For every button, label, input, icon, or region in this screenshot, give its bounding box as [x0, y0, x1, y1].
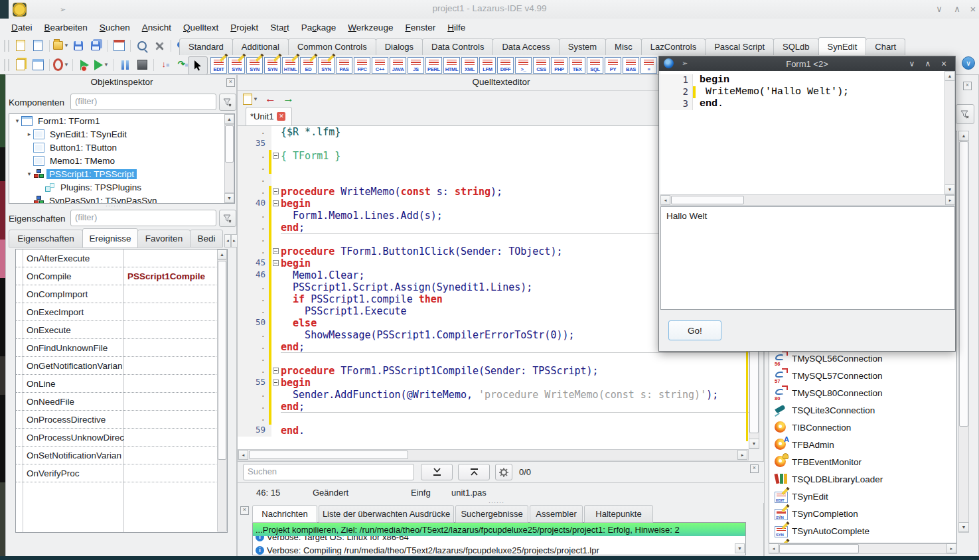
new-form-icon[interactable] — [30, 38, 46, 54]
highlighter-button-sql[interactable]: SQL — [587, 57, 603, 74]
complist-vscrollbar[interactable] — [959, 141, 968, 427]
messages-tab-nachrichten[interactable]: Nachrichten — [252, 505, 317, 523]
fold-collapse-icon[interactable] — [273, 368, 279, 374]
tree-scroll-down-icon[interactable]: ▼ — [224, 193, 234, 203]
highlighter-button-lfm[interactable]: LFM — [479, 57, 496, 74]
syn-component-button[interactable]: SYN — [228, 57, 245, 74]
properties-filter-icon[interactable] — [219, 210, 236, 227]
tree-item-form1[interactable]: ▾Form1: TForm1 — [9, 114, 234, 127]
tree-scroll-up-icon[interactable]: ▲ — [224, 114, 234, 124]
form1-close-icon[interactable]: × — [938, 58, 950, 69]
inspector-close-icon[interactable]: × — [226, 78, 235, 87]
highlighter-button-diff[interactable]: DIFF — [497, 57, 514, 74]
complist-scroll-down-icon[interactable]: ▼ — [958, 522, 969, 532]
search-input[interactable]: Suchen — [243, 464, 414, 480]
components-filter-icon[interactable] — [219, 94, 236, 111]
fold-column[interactable] — [271, 174, 281, 186]
fold-column[interactable] — [271, 126, 281, 138]
step-into-icon[interactable]: ↓≡ — [157, 57, 173, 73]
tree-item-plugins[interactable]: Plugins: TPSPlugins — [9, 180, 234, 194]
palette-tab-lazcontrols[interactable]: LazControls — [641, 38, 706, 55]
fold-column[interactable] — [271, 425, 281, 437]
fold-collapse-icon[interactable] — [273, 200, 279, 206]
syn-component-button[interactable]: SYN — [246, 57, 263, 74]
code-line[interactable]: .procedure TForm1.PSScript1Compile(Sende… — [238, 365, 749, 377]
fold-column[interactable] — [271, 198, 281, 210]
fold-column[interactable] — [271, 353, 281, 365]
event-row-onprocessunknowdirec[interactable]: OnProcessUnknowDirec — [16, 429, 227, 447]
toolbar-grip[interactable] — [4, 59, 9, 71]
component-item-tsynedit[interactable]: EDITTSynEdit — [775, 488, 828, 504]
events-scrollbar[interactable] — [218, 261, 226, 460]
highlighter-button-[interactable]: >_ — [515, 57, 532, 74]
form1-ed-scroll-down-icon[interactable]: ▼ — [944, 184, 955, 194]
pause-icon[interactable] — [117, 57, 133, 73]
code-line[interactable]: . Sender.AddFunction(@WriteMemo, 'proced… — [238, 389, 749, 401]
code-line[interactable]: .end; — [238, 401, 749, 413]
palette-tab-dialogs[interactable]: Dialogs — [376, 38, 423, 55]
form1-ed-scroll-left-icon[interactable]: ◂ — [660, 195, 670, 205]
event-row-onexecute[interactable]: OnExecute — [16, 321, 227, 339]
tab-unit1[interactable]: *Unit1 ✕ — [246, 107, 292, 125]
tree-item-synpassyn1[interactable]: SynPasSyn1: TSynPasSyn — [9, 194, 234, 204]
tree-item-psscript1[interactable]: ▾PSScript1: TPSScript — [9, 167, 234, 180]
form1-ed-scroll-up-icon[interactable]: ▲ — [944, 71, 955, 81]
highlighter-button-c[interactable]: C++ — [372, 57, 388, 74]
menu-projekt[interactable]: Projekt — [224, 21, 264, 34]
highlighter-button-fpc[interactable]: FPC — [354, 57, 370, 74]
save-icon[interactable] — [70, 38, 86, 54]
find-next-button[interactable] — [421, 464, 453, 480]
components-filter-input[interactable]: (filter) — [70, 94, 216, 110]
show-forms-icon[interactable] — [30, 57, 46, 73]
tree-expand-icon[interactable]: ▾ — [13, 117, 21, 124]
save-all-icon[interactable] — [88, 38, 104, 54]
run-without-debug-icon[interactable] — [76, 57, 92, 73]
find-previous-button[interactable] — [458, 464, 490, 480]
palette-tab-synedit[interactable]: SynEdit — [818, 37, 867, 55]
fold-collapse-icon[interactable] — [273, 248, 279, 254]
property-tab-favoriten[interactable]: Favoriten — [137, 230, 190, 247]
palette-tab-additional[interactable]: Additional — [232, 38, 289, 55]
palette-tab-data-controls[interactable]: Data Controls — [422, 38, 493, 55]
tab-close-icon[interactable]: ✕ — [277, 112, 285, 121]
messages-scroll-down-icon[interactable]: ▼ — [735, 543, 745, 553]
form1-ed-scroll-right-icon[interactable]: ▸ — [945, 195, 955, 205]
fold-column[interactable] — [271, 401, 281, 413]
events-scroll-up-icon[interactable]: ▲ — [217, 249, 227, 259]
fold-column[interactable] — [271, 269, 281, 281]
event-row-oncompimport[interactable]: OnCompImport — [16, 285, 227, 303]
component-item-tfbeventmonitor[interactable]: TFBEventMonitor — [775, 454, 862, 470]
maximize-button[interactable]: ∧ — [950, 3, 964, 16]
palette-tab-common-controls[interactable]: Common Controls — [288, 38, 376, 55]
properties-filter-input[interactable]: (filter) — [70, 210, 216, 226]
form1-minimize-icon[interactable]: ∨ — [906, 58, 918, 69]
jump-history-icon[interactable] — [243, 94, 252, 105]
fold-column[interactable] — [271, 413, 281, 425]
syn-component-button[interactable]: SYN — [318, 57, 335, 74]
fold-column[interactable] — [271, 293, 281, 305]
event-row-onsetnotificationvarian[interactable]: OnSetNotificationVarian — [16, 447, 227, 464]
switch-form-unit-icon[interactable] — [111, 38, 127, 54]
palette-overflow-button[interactable]: ∨ — [962, 56, 975, 70]
fold-column[interactable] — [271, 317, 281, 329]
highlighter-button-css[interactable]: CSS — [533, 57, 550, 74]
minimize-button[interactable]: ∨ — [933, 3, 946, 16]
fold-collapse-icon[interactable] — [273, 260, 279, 266]
palette-tab-chart[interactable]: Chart — [866, 38, 905, 55]
complist-scroll-left-icon[interactable]: ◂ — [769, 543, 779, 553]
event-row-onprocessdirective[interactable]: OnProcessDirective — [16, 411, 227, 429]
search-close-icon[interactable]: × — [750, 464, 759, 473]
component-item-tsyncompletion[interactable]: SYN↑TSynCompletion — [775, 506, 858, 522]
menu-datei[interactable]: Datei — [5, 21, 38, 34]
fold-column[interactable] — [271, 341, 281, 353]
syn-component-button[interactable]: EDIT — [210, 57, 227, 74]
code-line[interactable]: 59end. — [238, 425, 749, 437]
fold-column[interactable] — [271, 305, 281, 317]
highlighter-button-py[interactable]: PY — [605, 57, 621, 74]
palette-tab-pascal-script[interactable]: Pascal Script — [705, 38, 774, 55]
property-tab-bedi[interactable]: Bedi — [190, 230, 223, 247]
menu-start[interactable]: Start — [264, 21, 295, 34]
form1-synedit[interactable]: 1begin2 WriteMemo('Hallo Welt');3end. — [660, 71, 944, 194]
run-icon[interactable]: ▼ — [94, 57, 110, 73]
component-item-tmysql57connection[interactable]: 57TMySQL57Connection — [775, 368, 883, 384]
